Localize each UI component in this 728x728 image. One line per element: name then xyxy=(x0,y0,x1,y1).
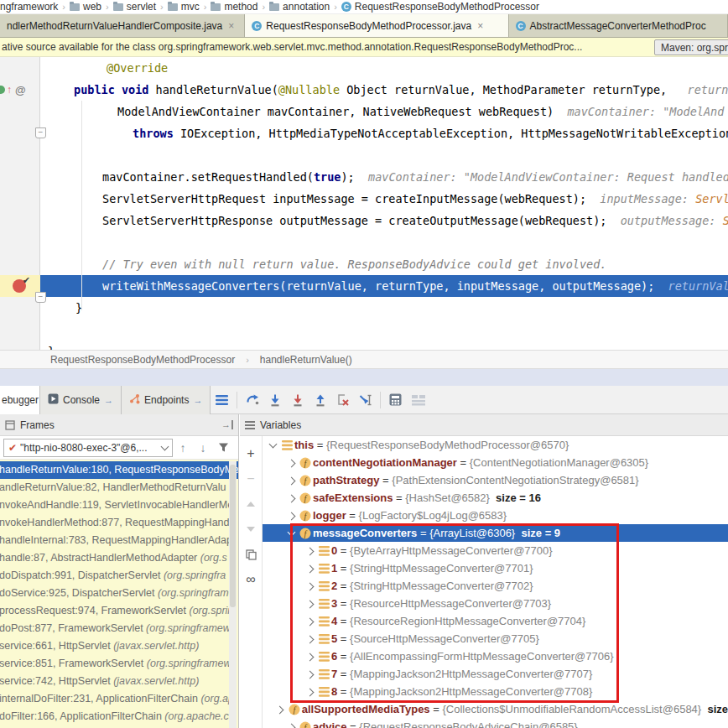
override-marker[interactable] xyxy=(0,83,40,96)
watch-return-values-icon[interactable]: ∞ xyxy=(241,567,261,592)
breadcrumb-item[interactable]: RequestResponseBodyMethodProcessor xyxy=(341,1,539,13)
variables-menu-icon[interactable] xyxy=(245,421,255,429)
expand-chevron-icon[interactable] xyxy=(303,671,316,678)
expand-chevron-icon[interactable] xyxy=(284,495,298,502)
variable-row[interactable]: 2 = {StringHttpMessageConverter@7702} xyxy=(263,577,728,595)
frame-row[interactable]: service:851, FrameworkServlet (org.sprin… xyxy=(0,655,238,673)
variable-row[interactable]: 5 = {SourceHttpMessageConverter@7705} xyxy=(263,630,728,647)
breadcrumb-item[interactable]: annotation xyxy=(269,1,330,13)
breakpoint-icon[interactable] xyxy=(13,279,26,293)
step-over-icon[interactable] xyxy=(241,389,263,411)
frame-row[interactable]: doDispatch:991, DispatcherServlet (org.s… xyxy=(0,567,238,585)
add-watch-button[interactable]: + xyxy=(241,441,261,466)
expand-chevron-icon[interactable] xyxy=(303,548,316,554)
editor-tab[interactable]: RequestResponseBodyMethodProcessor.java× xyxy=(245,14,508,37)
remove-watch-button[interactable]: − xyxy=(241,466,261,491)
expand-chevron-icon[interactable] xyxy=(303,653,316,660)
code-editor[interactable]: @Overridepublic void handleReturnValue(@… xyxy=(0,57,728,350)
breadcrumb-item[interactable]: servlet xyxy=(113,1,156,13)
jump-to-source-icon[interactable]: → xyxy=(193,395,202,405)
filter-icon[interactable] xyxy=(213,438,233,458)
code-line[interactable] xyxy=(40,319,728,341)
endpoints-tab[interactable]: Endpoints→ xyxy=(122,386,211,414)
code-line[interactable]: public void handleReturnValue(@Nullable … xyxy=(40,79,728,101)
breadcrumb-item[interactable]: mvc xyxy=(168,1,200,13)
drop-frame-icon[interactable] xyxy=(331,389,354,411)
variable-row[interactable]: 4 = {ResourceRegionHttpMessageConverter@… xyxy=(263,612,728,630)
menu-icon[interactable] xyxy=(211,389,233,411)
code-line[interactable] xyxy=(40,144,728,166)
expand-chevron-icon[interactable] xyxy=(303,601,316,607)
variable-row[interactable]: flogger = {LogFactory$Log4jLog@6583} xyxy=(263,507,728,524)
fold-marker-icon[interactable] xyxy=(35,127,46,138)
jump-to-source-icon[interactable]: → xyxy=(104,395,113,405)
expand-chevron-icon[interactable] xyxy=(303,583,316,590)
variable-row[interactable]: 6 = {AllEncompassingFormHttpMessageConve… xyxy=(263,647,728,665)
expand-chevron-icon[interactable] xyxy=(284,477,298,484)
overrides-method-icon[interactable] xyxy=(7,85,12,95)
variable-row[interactable]: fsafeExtensions = {HashSet@6582} size = … xyxy=(263,489,728,507)
frames-scrollbar[interactable] xyxy=(229,461,237,728)
variable-row[interactable]: 3 = {ResourceHttpMessageConverter@7703} xyxy=(263,595,728,612)
code-line[interactable]: ServletServerHttpResponse outputMessage … xyxy=(40,210,728,231)
maven-button[interactable]: Maven: org.spring xyxy=(654,39,728,55)
dropdown-chevron-icon[interactable] xyxy=(161,443,169,451)
next-frame-button[interactable]: ↓ xyxy=(193,438,213,458)
variable-row[interactable]: fadvice = {RequestResponseBodyAdviceChai… xyxy=(263,718,728,728)
move-down-button[interactable] xyxy=(241,517,261,542)
code-line[interactable]: ServletServerHttpRequest inputMessage = … xyxy=(40,188,728,210)
editor-tab[interactable]: ndlerMethodReturnValueHandlerComposite.j… xyxy=(0,14,245,37)
expand-chevron-icon[interactable] xyxy=(284,460,298,466)
frame-row[interactable]: handleInternal:783, RequestMappingHandle… xyxy=(0,532,238,549)
expand-chevron-icon[interactable] xyxy=(303,636,316,642)
code-line[interactable]: throws IOException, HttpMediaTypeNotAcce… xyxy=(40,122,728,144)
variable-row[interactable]: fallSupportedMediaTypes = {Collections$U… xyxy=(263,700,728,718)
evaluate-icon[interactable] xyxy=(384,389,407,411)
previous-frame-button[interactable]: ↑ xyxy=(173,438,193,458)
implementing-method-icon[interactable] xyxy=(0,86,5,94)
variable-row[interactable]: this = {RequestResponseBodyMethodProcess… xyxy=(263,436,728,454)
frame-row[interactable]: doService:925, DispatcherServlet (org.sp… xyxy=(0,585,238,602)
move-up-button[interactable] xyxy=(241,491,261,517)
console-tab[interactable]: Console→ xyxy=(40,386,122,414)
frame-row[interactable]: doPost:877, FrameworkServlet (org.spring… xyxy=(0,620,238,637)
variable-row[interactable]: 0 = {ByteArrayHttpMessageConverter@7700} xyxy=(263,542,728,559)
code-line[interactable]: mavContainer.setRequestHandled(true); ma… xyxy=(40,166,728,188)
editor-tab[interactable]: AbstractMessageConverterMethodProc xyxy=(509,14,728,37)
variable-row[interactable]: 8 = {MappingJackson2HttpMessageConverter… xyxy=(263,683,728,700)
frame-row[interactable]: handle:87, AbstractHandlerMethodAdapter … xyxy=(0,549,238,567)
code-line[interactable]: @Override xyxy=(40,57,728,79)
variable-row[interactable]: 1 = {StringHttpMessageConverter@7701} xyxy=(263,559,728,577)
frame-row[interactable]: doFilter:166, ApplicationFilterChain (or… xyxy=(0,708,238,725)
expand-chevron-icon[interactable] xyxy=(303,618,316,625)
expand-chevron-icon[interactable] xyxy=(284,531,298,535)
variable-row[interactable]: fmessageConverters = {ArrayList@6306} si… xyxy=(263,524,728,542)
code-line[interactable] xyxy=(40,231,728,253)
run-to-cursor-icon[interactable] xyxy=(354,389,377,411)
variable-row[interactable]: fcontentNegotiationManager = {ContentNeg… xyxy=(263,454,728,471)
breadcrumb-item[interactable]: web xyxy=(70,1,101,13)
step-out-icon[interactable] xyxy=(309,389,331,411)
breadcrumb-method[interactable]: handleReturnValue() xyxy=(260,354,352,366)
code-line[interactable]: } xyxy=(40,341,728,350)
frame-row[interactable]: nvokeAndHandle:119, ServletInvocableHand… xyxy=(0,497,238,514)
code-line[interactable]: // Try even with null return value. Resp… xyxy=(40,253,728,275)
scrollbar-thumb[interactable] xyxy=(230,465,236,607)
frame-row[interactable]: handleReturnValue:180, RequestResponseBo… xyxy=(0,461,238,479)
expand-chevron-icon[interactable] xyxy=(273,706,287,713)
code-line[interactable]: } xyxy=(40,297,728,319)
ebugger-tab[interactable]: ebugger xyxy=(0,386,40,414)
expand-chevron-icon[interactable] xyxy=(284,512,298,519)
variable-row[interactable]: fpathStrategy = {PathExtensionContentNeg… xyxy=(263,471,728,489)
expand-chevron-icon[interactable] xyxy=(266,443,279,447)
frame-row[interactable]: nvokeHandlerMethod:877, RequestMappingHa… xyxy=(0,514,238,532)
step-into-icon[interactable] xyxy=(263,389,286,411)
variable-row[interactable]: 7 = {MappingJackson2HttpMessageConverter… xyxy=(263,665,728,683)
execution-line[interactable]: writeWithMessageConverters(returnValue, … xyxy=(40,275,728,297)
frame-row[interactable]: processRequest:974, FrameworkServlet (or… xyxy=(0,602,238,620)
layout-icon[interactable] xyxy=(407,389,429,411)
code-pane[interactable]: @Overridepublic void handleReturnValue(@… xyxy=(40,57,728,350)
breadcrumb-class[interactable]: RequestResponseBodyMethodProcessor xyxy=(50,354,235,366)
breadcrumb-item[interactable]: method xyxy=(211,1,257,13)
breadcrumb-item[interactable]: ngframework xyxy=(0,1,58,13)
